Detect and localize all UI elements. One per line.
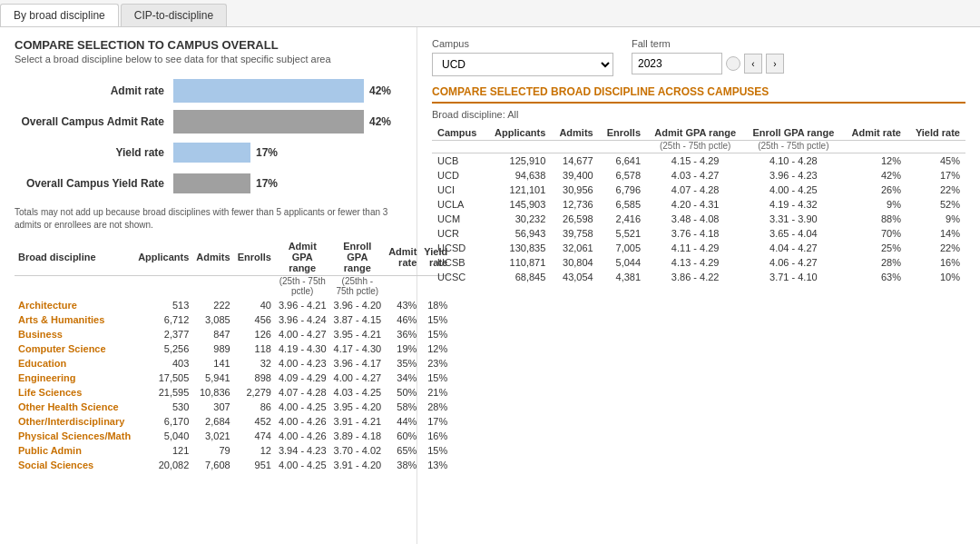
campus-admits: 26,598 [551, 212, 598, 226]
campus-col-enrolls: Enrolls [599, 125, 646, 141]
tab-bar: By broad discipline CIP-to-discipline [0, 0, 980, 27]
term-prev-btn[interactable]: ‹ [744, 54, 762, 74]
discipline-admit-gpa: 3.94 - 4.23 [275, 443, 330, 458]
discipline-admits: 3,021 [192, 429, 233, 443]
overall-yield-rate-bar-container: 17% [173, 172, 402, 195]
campus-table-row[interactable]: UCI 121,101 30,956 6,796 4.07 - 4.28 4.0… [432, 183, 965, 197]
yield-rate-row: Yield rate 17% [15, 141, 402, 164]
broad-table-row[interactable]: Business 2,377 847 126 4.00 - 4.27 3.95 … [15, 327, 451, 341]
campus-admit-gpa: 4.03 - 4.27 [646, 168, 744, 183]
discipline-applicants: 6,170 [134, 414, 192, 429]
discipline-enrolls: 456 [234, 312, 275, 327]
discipline-enrolls: 32 [234, 356, 275, 371]
term-circle-btn[interactable] [726, 56, 740, 71]
campus-admit-rate: 28% [842, 255, 906, 270]
campus-enrolls: 6,578 [599, 168, 646, 183]
campus-table-row[interactable]: UCSD 130,835 32,061 7,005 4.11 - 4.29 4.… [432, 241, 965, 255]
campus-name: UCI [432, 183, 485, 197]
term-next-btn[interactable]: › [766, 54, 784, 74]
discipline-name: Business [15, 327, 134, 341]
discipline-enroll-gpa: 3.96 - 4.17 [330, 356, 386, 371]
discipline-admit-gpa: 4.00 - 4.23 [275, 356, 330, 371]
campus-table-row[interactable]: UCD 94,638 39,400 6,578 4.03 - 4.27 3.96… [432, 168, 965, 183]
campus-table-row[interactable]: UCM 30,232 26,598 2,416 3.48 - 4.08 3.31… [432, 212, 965, 226]
tab-broad-discipline[interactable]: By broad discipline [0, 4, 119, 26]
campus-enrolls: 6,796 [599, 183, 646, 197]
broad-table-row[interactable]: Public Admin 121 79 12 3.94 - 4.23 3.70 … [15, 443, 451, 458]
discipline-admits: 989 [192, 341, 233, 356]
campus-enrolls: 7,005 [599, 241, 646, 255]
campus-applicants: 110,871 [485, 255, 551, 270]
campus-table-row[interactable]: UCSC 68,845 43,054 4,381 3.86 - 4.22 3.7… [432, 270, 965, 284]
discipline-admit-gpa: 4.09 - 4.29 [275, 371, 330, 385]
broad-table-row[interactable]: Computer Science 5,256 989 118 4.19 - 4.… [15, 341, 451, 356]
campus-table-row[interactable]: UCB 125,910 14,677 6,641 4.15 - 4.29 4.1… [432, 153, 965, 169]
campus-admits: 39,400 [551, 168, 598, 183]
discipline-admit-rate: 43% [385, 298, 420, 312]
discipline-admits: 10,836 [192, 385, 233, 400]
campus-admit-gpa: 3.76 - 4.18 [646, 226, 744, 241]
campus-name: UCR [432, 226, 485, 241]
campus-name: UCSB [432, 255, 485, 270]
broad-table-row[interactable]: Education 403 141 32 4.00 - 4.23 3.96 - … [15, 356, 451, 371]
discipline-enroll-gpa: 3.89 - 4.18 [330, 429, 386, 443]
discipline-admit-gpa: 3.96 - 4.21 [275, 298, 330, 312]
campus-table-row[interactable]: UCLA 145,903 12,736 6,585 4.20 - 4.31 4.… [432, 197, 965, 212]
campus-col-enroll-gpa: Enroll GPA range [744, 125, 842, 141]
campus-enroll-gpa: 3.96 - 4.23 [744, 168, 842, 183]
broad-table-row[interactable]: Engineering 17,505 5,941 898 4.09 - 4.29… [15, 371, 451, 385]
campus-enroll-gpa: 4.10 - 4.28 [744, 153, 842, 169]
campus-enroll-gpa: 3.71 - 4.10 [744, 270, 842, 284]
broad-table-row[interactable]: Social Sciences 20,082 7,608 951 4.00 - … [15, 458, 451, 472]
tab-cip-discipline[interactable]: CIP-to-discipline [121, 4, 227, 26]
campus-admit-rate: 88% [842, 212, 906, 226]
campus-enroll-gpa: 4.06 - 4.27 [744, 255, 842, 270]
discipline-name: Public Admin [15, 443, 134, 458]
col-enrolls: Enrolls [234, 239, 275, 276]
broad-discipline-table-section: Broad discipline Applicants Admits Enrol… [15, 239, 402, 472]
broad-table-row[interactable]: Other Health Science 530 307 86 4.00 - 4… [15, 400, 451, 414]
compare-title: COMPARE SELECTION TO CAMPUS OVERALL [15, 38, 402, 52]
campus-select[interactable]: UCD [432, 53, 613, 76]
broad-table-row[interactable]: Life Sciences 21,595 10,836 2,279 4.07 -… [15, 385, 451, 400]
campus-admit-rate: 12% [842, 153, 906, 169]
discipline-name: Engineering [15, 371, 134, 385]
campus-enrolls: 6,585 [599, 197, 646, 212]
campus-col-admit-rate: Admit rate [842, 125, 906, 141]
admit-rate-bar [173, 79, 364, 103]
campus-name: UCLA [432, 197, 485, 212]
campus-name: UCSD [432, 241, 485, 255]
compare-subtitle: Select a broad discipline below to see d… [15, 54, 402, 64]
broad-table-row[interactable]: Other/Interdisciplinary 6,170 2,684 452 … [15, 414, 451, 429]
discipline-applicants: 2,377 [134, 327, 192, 341]
broad-table-row[interactable]: Arts & Humanities 6,712 3,085 456 3.96 -… [15, 312, 451, 327]
discipline-admits: 5,941 [192, 371, 233, 385]
discipline-applicants: 5,256 [134, 341, 192, 356]
yield-rate-bar-container: 17% [173, 141, 402, 164]
campus-enroll-gpa: 4.04 - 4.27 [744, 241, 842, 255]
discipline-enroll-gpa: 4.00 - 4.27 [330, 371, 386, 385]
campus-enrolls: 6,641 [599, 153, 646, 169]
discipline-enroll-gpa: 4.17 - 4.30 [330, 341, 386, 356]
admit-rate-label: Admit rate [15, 84, 173, 97]
campus-table-row[interactable]: UCSB 110,871 30,804 5,044 4.13 - 4.29 4.… [432, 255, 965, 270]
campus-enroll-gpa: 3.65 - 4.04 [744, 226, 842, 241]
compare-across-title: COMPARE SELECTED BROAD DISCIPLINE ACROSS… [432, 85, 965, 104]
fall-term-input[interactable] [632, 53, 722, 74]
col-enroll-gpa: Enroll GPA range [330, 239, 386, 276]
discipline-admit-gpa: 4.19 - 4.30 [275, 341, 330, 356]
campus-table-row[interactable]: UCR 56,943 39,758 5,521 3.76 - 4.18 3.65… [432, 226, 965, 241]
overall-admit-rate-bar-container: 42% [173, 110, 402, 134]
campus-admit-rate: 63% [842, 270, 906, 284]
campus-yield-rate: 45% [906, 153, 965, 169]
overall-yield-rate-value: 17% [256, 177, 278, 190]
yield-rate-bar [173, 143, 250, 163]
campus-enrolls: 5,044 [599, 255, 646, 270]
discipline-enroll-gpa: 3.91 - 4.21 [330, 414, 386, 429]
broad-table-row[interactable]: Physical Sciences/Math 5,040 3,021 474 4… [15, 429, 451, 443]
broad-table-row[interactable]: Architecture 513 222 40 3.96 - 4.21 3.96… [15, 298, 451, 312]
yield-rate-label: Yield rate [15, 146, 173, 159]
campus-admits: 14,677 [551, 153, 598, 169]
discipline-applicants: 21,595 [134, 385, 192, 400]
discipline-enroll-gpa: 3.95 - 4.20 [330, 400, 386, 414]
